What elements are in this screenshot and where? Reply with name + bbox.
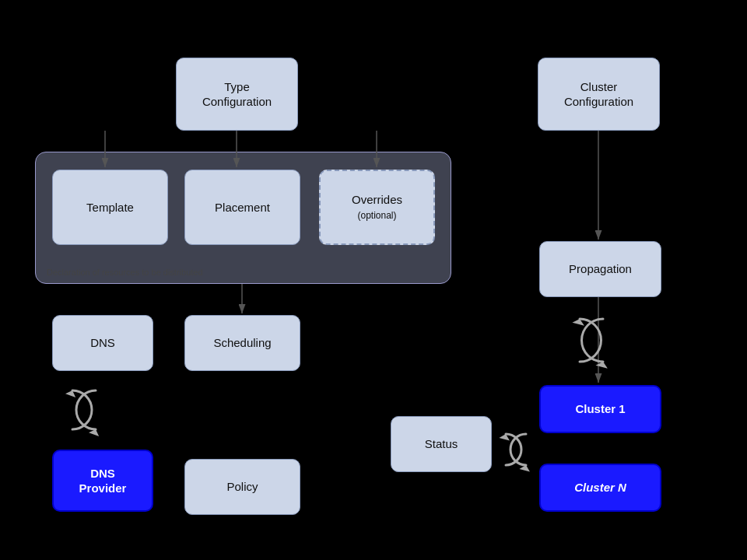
group-label: Declaration of resources to be distribut… bbox=[47, 268, 203, 277]
status-box: Status bbox=[391, 416, 492, 472]
type-config-label: Type Configuration bbox=[202, 79, 272, 110]
dns-cycle-svg bbox=[61, 379, 107, 441]
propagation-box: Propagation bbox=[539, 241, 661, 297]
status-cycle-arrow bbox=[495, 426, 537, 473]
cluster1-label: Cluster 1 bbox=[575, 401, 625, 417]
cluster-config-box: Cluster Configuration bbox=[538, 58, 660, 131]
cluster-cycle-arrow bbox=[568, 307, 615, 377]
dns-box: DNS bbox=[52, 315, 153, 371]
overrides-label: Overrides(optional) bbox=[352, 192, 402, 222]
template-label: Template bbox=[86, 200, 134, 215]
dns-provider-box: DNS Provider bbox=[52, 450, 153, 512]
policy-box: Policy bbox=[184, 459, 300, 515]
clustern-label: Cluster N bbox=[574, 480, 626, 495]
overrides-box: Overrides(optional) bbox=[319, 170, 435, 245]
placement-label: Placement bbox=[215, 200, 270, 215]
cluster1-box: Cluster 1 bbox=[539, 385, 661, 433]
diagram: Declaration of resources to be distribut… bbox=[0, 0, 747, 560]
status-cycle-svg bbox=[495, 426, 537, 473]
dns-label: DNS bbox=[90, 335, 115, 351]
scheduling-label: Scheduling bbox=[213, 335, 271, 351]
dns-provider-label: DNS Provider bbox=[79, 466, 127, 496]
dns-cycle-arrow bbox=[61, 379, 107, 441]
type-config-box: Type Configuration bbox=[176, 58, 298, 131]
cluster-config-label: Cluster Configuration bbox=[564, 79, 633, 110]
propagation-label: Propagation bbox=[569, 261, 632, 277]
clustern-box: Cluster N bbox=[539, 464, 661, 512]
status-label: Status bbox=[425, 436, 458, 452]
scheduling-box: Scheduling bbox=[184, 315, 300, 371]
template-box: Template bbox=[52, 170, 168, 245]
cluster-cycle-svg bbox=[568, 307, 615, 377]
placement-box: Placement bbox=[184, 170, 300, 245]
policy-label: Policy bbox=[226, 479, 258, 495]
